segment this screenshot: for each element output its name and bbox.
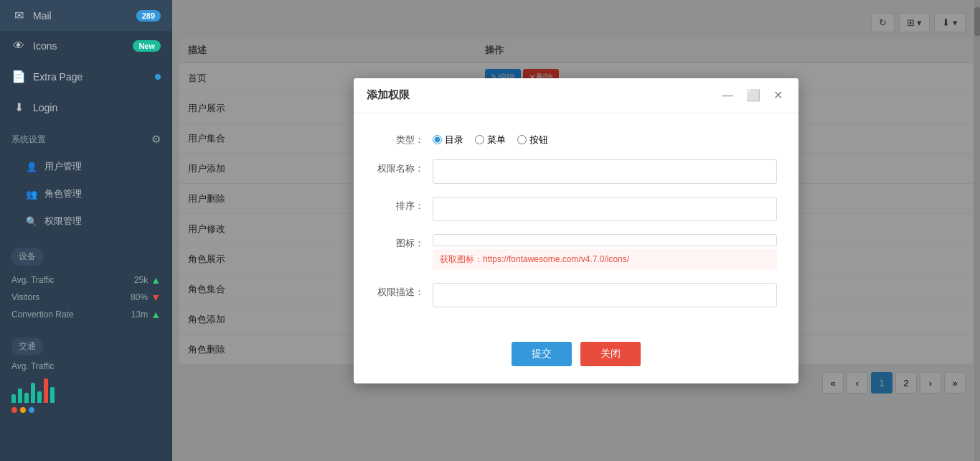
sidebar-item-label: Mail xyxy=(33,10,52,22)
page-icon: 📄 xyxy=(11,70,26,83)
extra-page-dot xyxy=(155,74,161,80)
icons-badge: New xyxy=(133,40,161,52)
modal-body: 类型： 目录 菜单 按钮 xyxy=(354,113,798,335)
gear-icon[interactable]: ⚙ xyxy=(151,133,161,146)
icon-hint-link[interactable]: https://fontawesome.com/v4.7.0/icons/ xyxy=(483,254,629,264)
traffic-section: 交通 Avg. Traffic xyxy=(0,330,172,420)
sidebar-item-label: Extra Page xyxy=(33,71,83,83)
modal-title: 添加权限 xyxy=(367,88,410,102)
modal-overlay: 添加权限 — ⬜ ✕ 类型： 目录 xyxy=(172,0,980,461)
traffic-bar xyxy=(11,374,161,403)
desc-input[interactable] xyxy=(433,283,777,307)
stat-label: Visitors xyxy=(11,292,39,302)
modal-controls: — ⬜ ✕ xyxy=(719,88,786,103)
sub-item-label: 权限管理 xyxy=(44,215,82,228)
icon-hint-prefix: 获取图标：https://fontawesome.com/v4.7.0/icon… xyxy=(440,254,629,264)
bar-4 xyxy=(31,383,35,403)
type-row: 类型： 目录 菜单 按钮 xyxy=(375,131,777,146)
icon-row: 图标： 获取图标：https://fontawesome.com/v4.7.0/… xyxy=(375,234,777,270)
type-radio-group: 目录 菜单 按钮 xyxy=(433,131,548,146)
login-icon: ⬇ xyxy=(11,101,26,114)
radio-menu[interactable] xyxy=(475,135,484,144)
arrow-up-icon: ▲ xyxy=(151,309,161,320)
user-icon: 👤 xyxy=(26,162,37,172)
sidebar-item-label: Icons xyxy=(33,40,57,52)
group-icon: 👥 xyxy=(26,189,37,200)
bar-2 xyxy=(18,388,22,403)
sidebar-item-role-mgmt[interactable]: 👥 角色管理 xyxy=(0,180,172,208)
stat-avg-traffic: Avg. Traffic 25k ▲ xyxy=(11,271,161,289)
radio-btn[interactable] xyxy=(517,135,527,144)
sidebar-item-icons[interactable]: 👁 Icons New xyxy=(0,31,172,61)
sidebar-item-mail[interactable]: ✉ Mail 289 xyxy=(0,0,172,31)
order-label: 排序： xyxy=(375,197,433,213)
dot-red xyxy=(11,407,17,413)
name-label: 权限名称： xyxy=(375,159,433,175)
dot-blue xyxy=(29,407,34,413)
order-input[interactable] xyxy=(433,197,777,221)
dot-orange xyxy=(20,407,26,413)
bar-6 xyxy=(44,378,48,403)
radio-label-dir: 目录 xyxy=(445,134,463,146)
modal-minimize-button[interactable]: — xyxy=(719,88,736,103)
name-row: 权限名称： xyxy=(375,159,777,184)
sidebar-item-perm-mgmt[interactable]: 🔍 权限管理 xyxy=(0,208,172,235)
eye-icon: 👁 xyxy=(11,39,26,52)
close-modal-button[interactable]: 关闭 xyxy=(580,342,641,366)
submit-button[interactable]: 提交 xyxy=(512,342,572,366)
sub-item-label: 用户管理 xyxy=(44,160,82,173)
mail-badge: 289 xyxy=(136,10,161,22)
sidebar-item-label: Login xyxy=(33,102,57,113)
device-label: 设备 xyxy=(11,248,43,266)
radio-option-menu[interactable]: 菜单 xyxy=(475,134,506,146)
stat-value: 80% ▼ xyxy=(131,292,161,303)
system-section-header: 系统设置 ⚙ xyxy=(0,126,172,153)
sub-item-label: 角色管理 xyxy=(44,187,82,200)
traffic-dots xyxy=(11,407,161,413)
name-input[interactable] xyxy=(433,159,777,184)
system-section-label: 系统设置 xyxy=(11,134,46,146)
main-content: ↻ ⊞ ▾ ⬇ ▾ 描述 操作 首页✎编辑✕删除用户展示✎编辑✕删除用户集合✎编… xyxy=(172,0,980,461)
stat-label: Convertion Rate xyxy=(11,309,74,320)
bar-5 xyxy=(37,391,42,403)
traffic-label: 交通 xyxy=(11,337,43,355)
stat-value: 25k ▲ xyxy=(134,274,161,286)
icon-hint: 获取图标：https://fontawesome.com/v4.7.0/icon… xyxy=(433,249,777,270)
icon-label: 图标： xyxy=(375,234,433,250)
sidebar-item-extra-page[interactable]: 📄 Extra Page xyxy=(0,61,172,92)
modal-restore-button[interactable]: ⬜ xyxy=(743,88,763,103)
radio-option-btn[interactable]: 按钮 xyxy=(517,134,548,146)
icon-field-wrapper: 获取图标：https://fontawesome.com/v4.7.0/icon… xyxy=(433,234,777,270)
search-icon: 🔍 xyxy=(26,216,37,227)
stat-label: Avg. Traffic xyxy=(11,275,55,285)
bar-3 xyxy=(24,393,29,403)
desc-row: 权限描述： xyxy=(375,283,777,307)
stat-visitors: Visitors 80% ▼ xyxy=(11,289,161,306)
modal-footer: 提交 关闭 xyxy=(354,335,798,383)
type-label: 类型： xyxy=(375,131,433,146)
sidebar: ✉ Mail 289 👁 Icons New 📄 Extra Page ⬇ Lo… xyxy=(0,0,172,461)
avg-traffic-label: Avg. Traffic xyxy=(11,361,161,371)
add-permission-modal: 添加权限 — ⬜ ✕ 类型： 目录 xyxy=(354,78,798,383)
modal-header: 添加权限 — ⬜ ✕ xyxy=(354,78,798,113)
desc-label: 权限描述： xyxy=(375,283,433,299)
radio-option-dir[interactable]: 目录 xyxy=(433,134,463,146)
radio-dir[interactable] xyxy=(433,135,442,144)
sidebar-item-login[interactable]: ⬇ Login xyxy=(0,92,172,123)
arrow-up-icon: ▲ xyxy=(151,274,161,286)
device-section: 设备 Avg. Traffic 25k ▲ Visitors 80% ▼ Con… xyxy=(0,241,172,330)
radio-label-menu: 菜单 xyxy=(487,134,506,146)
arrow-down-icon: ▼ xyxy=(151,292,161,303)
icon-input[interactable] xyxy=(433,234,777,246)
stat-conversion: Convertion Rate 13m ▲ xyxy=(11,306,161,323)
bar-7 xyxy=(50,387,55,403)
sidebar-item-user-mgmt[interactable]: 👤 用户管理 xyxy=(0,153,172,180)
radio-label-btn: 按钮 xyxy=(529,134,548,146)
bar-1 xyxy=(11,394,16,403)
order-row: 排序： xyxy=(375,197,777,221)
mail-icon: ✉ xyxy=(11,9,26,22)
modal-close-button[interactable]: ✕ xyxy=(771,88,786,103)
stat-value: 13m ▲ xyxy=(131,309,161,320)
